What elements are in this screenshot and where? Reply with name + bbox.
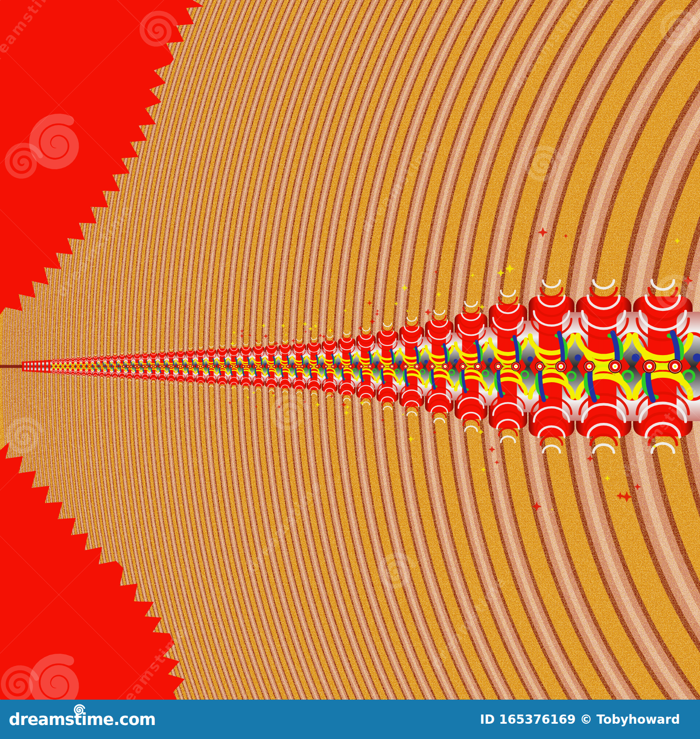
fractal-artwork: dreamstimedreamstimedreamstimedreamstime…: [0, 0, 700, 700]
footer-bar: dreamstime.com ID 165376169 © Tobyhoward: [0, 700, 700, 739]
credit-text: ID 165376169 © Tobyhoward: [480, 712, 680, 727]
stock-image-page: dreamstimedreamstimedreamstimedreamstime…: [0, 0, 700, 739]
image-credit: ID 165376169 © Tobyhoward: [480, 712, 680, 727]
fractal-rings-canvas: [0, 0, 700, 700]
dreamstime-logo[interactable]: dreamstime.com: [9, 711, 155, 728]
dreamstime-spiral-icon: [73, 704, 86, 717]
